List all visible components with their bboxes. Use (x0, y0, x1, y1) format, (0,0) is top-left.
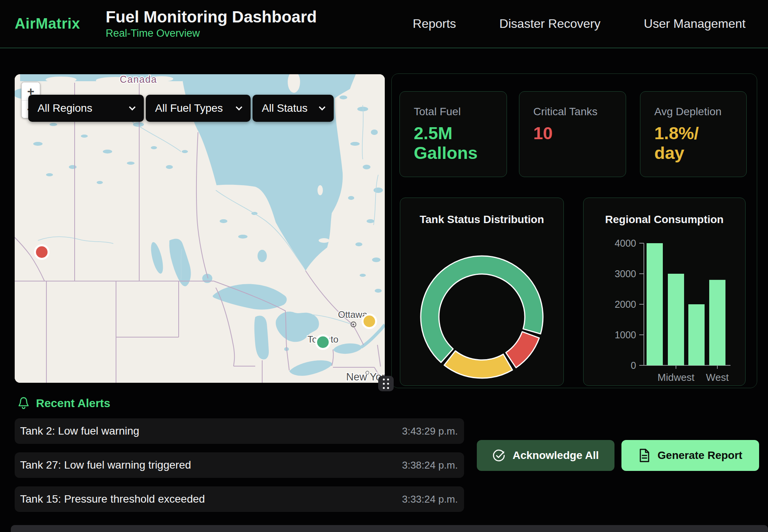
header: AirMatrix Fuel Monitoring Dashboard Real… (0, 0, 768, 48)
stat-card-total-fuel: Total Fuel 2.5MGallons (399, 91, 507, 177)
y-tick-label: 3000 (614, 268, 636, 279)
nav-user-management[interactable]: User Management (644, 17, 746, 31)
fuel-type-filter-dropdown[interactable]: All Fuel Types (146, 95, 251, 122)
alert-time: 3:43:29 p.m. (402, 425, 458, 437)
acknowledge-all-label: Acknowledge All (512, 449, 599, 462)
generate-report-label: Generate Report (657, 449, 742, 462)
x-tick-label: West (706, 372, 729, 383)
alert-row[interactable]: Tank 27: Low fuel warning triggered 3:38… (15, 452, 464, 478)
chevron-down-icon (319, 104, 326, 111)
bell-icon (17, 397, 30, 410)
generate-report-button[interactable]: Generate Report (621, 440, 759, 471)
stat-value: 10 (533, 123, 612, 143)
y-tick-label: 4000 (614, 238, 636, 249)
stat-label: Total Fuel (414, 106, 493, 118)
title-block: Fuel Monitoring Dashboard Real-Time Over… (106, 8, 317, 39)
tank-marker[interactable] (363, 315, 376, 328)
alerts-header: Recent Alerts (17, 397, 110, 410)
alert-text: Tank 2: Low fuel warning (20, 425, 139, 437)
nav-reports[interactable]: Reports (413, 17, 456, 31)
alerts-title: Recent Alerts (36, 397, 110, 410)
alert-text: Tank 15: Pressure threshold exceeded (20, 493, 205, 505)
y-tick-label: 1000 (614, 329, 636, 340)
region-filter-dropdown[interactable]: All Regions (28, 95, 144, 122)
map-filters: All Regions All Fuel Types All Status (28, 95, 334, 122)
stat-label: Avg Depletion (654, 106, 732, 118)
main-nav: Reports Disaster Recovery User Managemen… (413, 17, 746, 31)
tank-status-chart-panel: Tank Status Distribution (400, 198, 564, 386)
map-canvas[interactable]: Canada Ottawa Toronto New York + − All R… (15, 74, 385, 383)
map-resize-handle[interactable] (378, 376, 394, 391)
bar (647, 243, 663, 365)
tank-marker[interactable] (316, 336, 330, 349)
alert-time: 3:33:24 p.m. (402, 493, 458, 505)
app-logo[interactable]: AirMatrix (15, 15, 80, 32)
bar (688, 304, 705, 365)
stat-value: 2.5MGallons (414, 123, 493, 163)
stat-value: 1.8%/day (654, 123, 732, 163)
y-tick-label: 2000 (614, 299, 636, 310)
region-filter-label: All Regions (38, 102, 92, 114)
overview-panel: Total Fuel 2.5MGallons Critical Tanks 10… (391, 73, 757, 388)
stat-card-avg-depletion: Avg Depletion 1.8%/day (640, 91, 747, 177)
check-circle-icon (492, 449, 505, 462)
page-title: Fuel Monitoring Dashboard (106, 8, 317, 26)
stat-card-critical-tanks: Critical Tanks 10 (519, 91, 626, 177)
alert-row[interactable]: Tank 2: Low fuel warning 3:43:29 p.m. (15, 418, 464, 444)
doughnut-segment (444, 351, 512, 378)
fuel-monitoring-dashboard: AirMatrix Fuel Monitoring Dashboard Real… (0, 0, 768, 532)
bar (709, 280, 725, 365)
status-filter-label: All Status (262, 102, 307, 114)
window-bottom-strip (11, 525, 768, 532)
chevron-down-icon (129, 104, 136, 111)
tank-marker[interactable] (35, 246, 49, 259)
regional-consumption-chart-panel: Regional Consumption 01000200030004000Mi… (583, 198, 746, 386)
report-document-icon (638, 448, 650, 462)
label-canada: Canada (120, 74, 157, 85)
nav-disaster-recovery[interactable]: Disaster Recovery (499, 17, 600, 31)
doughnut-segment (506, 332, 539, 368)
status-filter-dropdown[interactable]: All Status (253, 95, 334, 122)
alert-text: Tank 27: Low fuel warning triggered (20, 459, 191, 471)
stat-label: Critical Tanks (533, 106, 612, 118)
acknowledge-all-button[interactable]: Acknowledge All (477, 440, 614, 471)
x-tick-label: Midwest (657, 372, 695, 383)
regional-consumption-bar-chart: 01000200030004000MidwestWest (584, 198, 746, 386)
page-subtitle: Real-Time Overview (106, 27, 317, 39)
alert-time: 3:38:24 p.m. (402, 459, 458, 471)
alert-row[interactable]: Tank 15: Pressure threshold exceeded 3:3… (15, 486, 464, 512)
chevron-down-icon (236, 104, 242, 111)
fuel-type-filter-label: All Fuel Types (155, 102, 223, 114)
tank-status-doughnut-chart (400, 198, 564, 386)
y-tick-label: 0 (631, 360, 636, 371)
bar (668, 274, 684, 365)
